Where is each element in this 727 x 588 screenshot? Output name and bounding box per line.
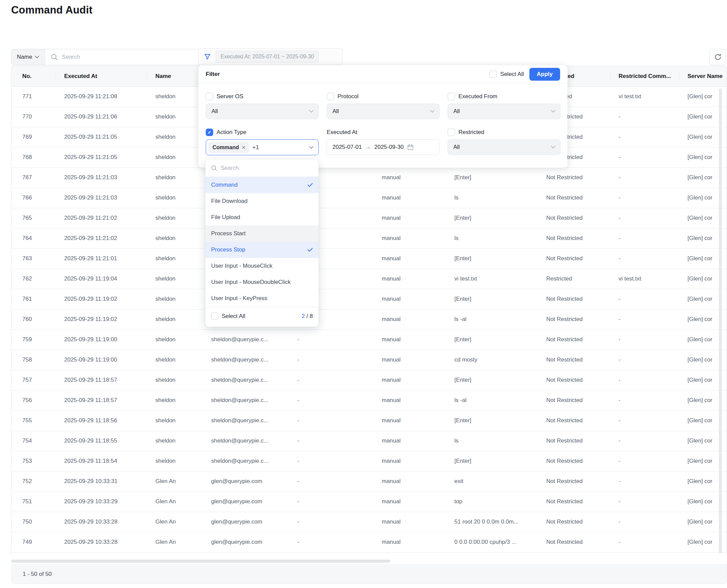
cell-name: sheldon <box>147 269 203 289</box>
cell-no: 755 <box>12 411 56 431</box>
cell-restricted-command: - <box>610 289 679 309</box>
vertical-scrollbar[interactable] <box>719 88 722 553</box>
filter-panel-body: Server OS All Protocol All <box>198 83 568 165</box>
cell-no: 751 <box>12 491 56 512</box>
table-row[interactable]: 755 2025-09-29 11:18:56 sheldon sheldon@… <box>12 411 727 431</box>
cell-email: sheldon@querypie.c... <box>203 370 289 390</box>
cell-name: sheldon <box>147 451 203 471</box>
cell-name: sheldon <box>147 390 203 411</box>
table-row[interactable]: 762 2025-09-29 11:19:04 sheldon sheldon@… <box>12 269 727 289</box>
active-filters-bar: Executed At: 2025-07-01 ~ 2025-09-30 <box>198 48 343 65</box>
table-row[interactable]: 760 2025-09-29 11:19:02 sheldon sheldon@… <box>12 309 727 330</box>
table-row[interactable]: 754 2025-09-29 11:18:55 sheldon sheldon@… <box>12 431 727 451</box>
cell-name: Glen An <box>147 491 203 512</box>
dropdown-item[interactable]: Command <box>205 177 319 193</box>
cell-no: 754 <box>12 431 56 451</box>
table-row[interactable]: 766 2025-09-29 11:21:03 sheldon sheldon@… <box>12 188 727 208</box>
refresh-button[interactable] <box>709 49 726 65</box>
executed-at-date-range[interactable]: 2025-07-01 → 2025-09-30 <box>327 140 440 155</box>
dropdown-item[interactable]: User Input - MouseClick <box>205 258 319 274</box>
cell-command: vi test.txt <box>446 269 538 289</box>
restricted-checkbox[interactable] <box>448 129 455 136</box>
cell-executed-at: 2025-09-29 11:21:08 <box>56 86 147 107</box>
executed-from-label: Executed From <box>459 93 497 100</box>
search-input[interactable]: Search <box>45 49 202 65</box>
dropdown-item[interactable]: Process Stop <box>205 242 319 258</box>
cell-command: ls <box>446 431 538 451</box>
executed-from-select[interactable]: All <box>448 104 561 119</box>
cell-no: 766 <box>12 188 56 208</box>
filter-select-all-checkbox[interactable] <box>489 70 497 78</box>
action-type-checkbox[interactable] <box>206 129 213 136</box>
dropdown-item[interactable]: File Upload <box>205 209 319 226</box>
table-row[interactable]: 749 2025-09-29 10:33:28 Glen An glen@que… <box>12 532 727 552</box>
protocol-checkbox[interactable] <box>327 93 334 100</box>
protocol-select[interactable]: All <box>327 104 440 119</box>
col-header-no[interactable]: No. <box>12 66 56 86</box>
table-row[interactable]: 761 2025-09-29 11:19:02 sheldon sheldon@… <box>12 289 727 309</box>
cell-restricted: Not Restricted <box>538 309 610 330</box>
dropdown-select-all-checkbox[interactable] <box>211 313 218 320</box>
cell-executed-from: manual <box>373 471 446 491</box>
executed-from-checkbox[interactable] <box>448 93 455 100</box>
cell-name: sheldon <box>147 350 203 370</box>
col-header-server-name[interactable]: Server Name <box>679 66 727 86</box>
table-row[interactable]: 750 2025-09-29 10:33:28 Glen An glen@que… <box>12 512 727 532</box>
restricted-select[interactable]: All <box>448 140 561 155</box>
action-type-multiselect[interactable]: Command ✕ +1 <box>206 140 319 155</box>
cell-executed-from: manual <box>373 167 446 188</box>
table-row[interactable]: 758 2025-09-29 11:19:00 sheldon sheldon@… <box>12 350 727 370</box>
col-header-executed-at[interactable]: Executed At <box>56 66 147 86</box>
cell-executed-at: 2025-09-29 11:19:04 <box>56 269 147 289</box>
table-row[interactable]: 763 2025-09-29 11:21:01 sheldon sheldon@… <box>12 248 727 269</box>
executed-at-filter-chip[interactable]: Executed At: 2025-07-01 ~ 2025-09-30 <box>216 50 319 63</box>
col-header-name[interactable]: Name <box>147 66 203 86</box>
cell-restricted: Not Restricted <box>538 289 610 309</box>
col-header-restricted-command[interactable]: Restricted Comm... <box>610 66 679 86</box>
dropdown-item[interactable]: File Download <box>205 193 319 209</box>
cell-col5: - <box>289 431 373 451</box>
cell-restricted-command: - <box>610 451 679 471</box>
table-row[interactable]: 759 2025-09-29 11:19:00 sheldon sheldon@… <box>12 330 727 350</box>
cell-executed-at: 2025-09-29 10:33:28 <box>56 512 147 532</box>
dropdown-item[interactable]: Process Start <box>205 226 319 242</box>
server-os-checkbox[interactable] <box>206 93 213 100</box>
table-row[interactable]: 765 2025-09-29 11:21:02 sheldon sheldon@… <box>12 208 727 228</box>
search-key-dropdown[interactable]: Name <box>12 49 45 65</box>
cell-name: sheldon <box>147 289 203 309</box>
cell-command: ls -al <box>446 309 538 330</box>
cell-command: [Enter] <box>446 167 538 188</box>
cell-executed-at: 2025-09-29 11:19:02 <box>56 309 147 330</box>
dropdown-item[interactable]: User Input - MouseDoubleClick <box>205 274 319 290</box>
calendar-icon <box>407 144 414 150</box>
cell-restricted: Not Restricted <box>538 390 610 411</box>
cell-executed-at: 2025-09-29 11:21:03 <box>56 167 147 188</box>
table-row[interactable]: 767 2025-09-29 11:21:03 sheldon sheldon@… <box>12 167 727 188</box>
chevron-down-icon <box>35 56 39 58</box>
filter-funnel-icon[interactable] <box>203 52 211 61</box>
cell-executed-at: 2025-09-29 11:18:55 <box>56 431 147 451</box>
cell-name: sheldon <box>147 309 203 330</box>
command-audit-page: Command Audit Name Search Executed At: 2… <box>0 0 727 588</box>
cell-restricted: Not Restricted <box>538 330 610 350</box>
cell-executed-at: 2025-09-29 11:19:00 <box>56 350 147 370</box>
cell-restricted-command: - <box>610 208 679 228</box>
cell-restricted: Not Restricted <box>538 532 610 552</box>
cell-command: [Enter] <box>446 330 538 350</box>
cell-executed-at: 2025-09-29 10:33:31 <box>56 471 147 491</box>
dropdown-item[interactable]: User Input - KeyPress <box>205 290 319 307</box>
table-row[interactable]: 764 2025-09-29 11:21:02 sheldon sheldon@… <box>12 228 727 248</box>
table-row[interactable]: 751 2025-09-29 10:33:29 Glen An glen@que… <box>12 491 727 512</box>
table-row[interactable]: 756 2025-09-29 11:18:57 sheldon sheldon@… <box>12 390 727 411</box>
tag-remove-icon[interactable]: ✕ <box>242 145 246 150</box>
apply-button[interactable]: Apply <box>529 68 560 81</box>
cell-restricted-command: - <box>610 309 679 330</box>
cell-restricted-command: - <box>610 411 679 431</box>
table-row[interactable]: 753 2025-09-29 11:18:54 sheldon sheldon@… <box>12 451 727 471</box>
protocol-label: Protocol <box>338 93 359 100</box>
server-os-select[interactable]: All <box>206 104 319 119</box>
dropdown-search-input[interactable]: Search <box>205 159 319 177</box>
table-row[interactable]: 757 2025-09-29 11:18:57 sheldon sheldon@… <box>12 370 727 390</box>
horizontal-scrollbar[interactable] <box>11 560 390 563</box>
table-row[interactable]: 752 2025-09-29 10:33:31 Glen An glen@que… <box>12 471 727 491</box>
